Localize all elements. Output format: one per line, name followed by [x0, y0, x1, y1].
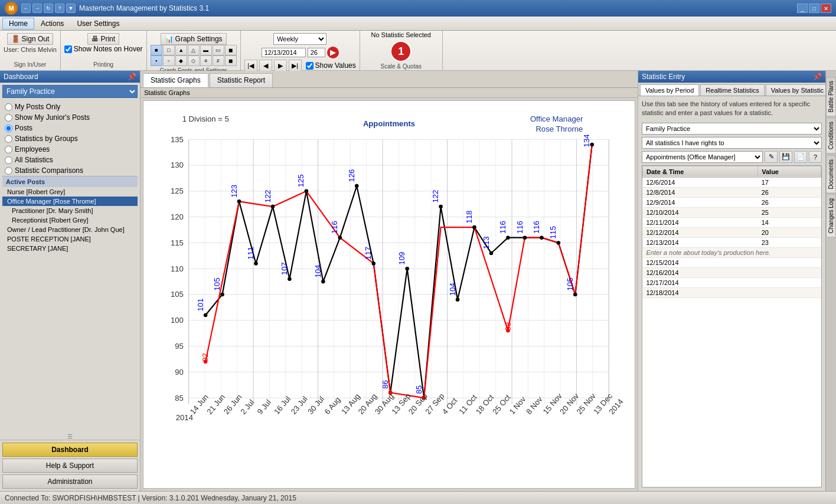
graph-icon-2[interactable]: □ — [163, 45, 175, 55]
title-bar-left: M ← → ↻ ? ▼ Mastertech Management by Sta… — [5, 2, 209, 15]
svg-text:Appointments: Appointments — [363, 119, 415, 128]
post-item-poste-reception[interactable]: POSTE RECEPTION [JANE] — [2, 234, 138, 244]
last-period-button[interactable]: ▶| — [289, 60, 302, 71]
nav-all-statistics[interactable]: All Statistics — [2, 155, 138, 165]
sidebar-header: Dashboard 📌 — [0, 71, 140, 83]
nav-posts[interactable]: Posts — [2, 123, 138, 133]
nav-my-posts-only[interactable]: My Posts Only — [2, 102, 138, 112]
tab-realtime-statistics[interactable]: Realtime Statistics — [700, 84, 764, 96]
pin-icon-right[interactable]: 📌 — [813, 73, 822, 81]
next-period-button[interactable]: ▶ — [274, 60, 287, 71]
menu-bar: Home Actions User Settings — [0, 17, 836, 31]
svg-point-74 — [371, 261, 375, 266]
minimize-button[interactable]: _ — [797, 4, 808, 13]
nav-employees[interactable]: Employees — [2, 144, 138, 155]
nav-stat-comparisons[interactable]: Statistic Comparisons — [2, 165, 138, 176]
side-tab-changes-log[interactable]: Changes Log — [826, 194, 836, 238]
rights-select[interactable]: All statistics I have rights to — [642, 137, 822, 149]
side-tab-documents[interactable]: Documents — [826, 155, 836, 194]
graph-icon-14[interactable]: ◼ — [225, 55, 237, 66]
tab-statistic-report[interactable]: Statistic Report — [210, 73, 273, 87]
graph-icon-8[interactable]: ▪ — [151, 55, 162, 66]
post-item-office-manager[interactable]: Office Manager [Rose Throme] — [2, 197, 138, 206]
go-button[interactable]: ▶ — [327, 47, 339, 58]
nav-stats-by-groups[interactable]: Statistics by Groups — [2, 133, 138, 144]
edit-icon[interactable]: ✎ — [765, 151, 778, 163]
table-row: 12/17/2014 — [643, 277, 821, 287]
back-icon[interactable]: ← — [21, 4, 31, 13]
post-item-owner[interactable]: Owner / Lead Practitioner [Dr. John Que] — [2, 225, 138, 234]
graph-icon-13[interactable]: ≠ — [213, 55, 224, 66]
graph-icon-9[interactable]: ▫ — [163, 55, 175, 66]
svg-point-84 — [456, 297, 460, 302]
date-input[interactable] — [262, 48, 306, 57]
forward-icon[interactable]: → — [32, 4, 42, 13]
svg-text:123: 123 — [230, 185, 239, 198]
svg-text:104: 104 — [448, 283, 457, 296]
cell-date: 12/11/2014 — [643, 217, 758, 227]
period-input[interactable] — [308, 48, 325, 57]
tab-statistic-graphs[interactable]: Statistic Graphs — [143, 73, 208, 87]
show-values-checkbox[interactable] — [306, 62, 314, 70]
menu-home[interactable]: Home — [2, 18, 34, 30]
graph-icon-11[interactable]: ◇ — [188, 55, 200, 66]
restore-button[interactable]: □ — [809, 4, 819, 13]
resize-handle[interactable]: ☰ — [0, 433, 140, 440]
practice-dropdown[interactable]: Family Practice — [2, 85, 138, 98]
close-button[interactable]: ✕ — [821, 4, 831, 13]
period-select[interactable]: Weekly — [273, 33, 326, 45]
graph-icon-3[interactable]: ▲ — [175, 45, 187, 55]
print-button[interactable]: 🖶 Print — [87, 33, 119, 45]
administration-button[interactable]: Administration — [2, 474, 138, 489]
refresh-icon[interactable]: ↻ — [44, 4, 53, 13]
dashboard-button[interactable]: Dashboard — [2, 443, 138, 457]
app-title: Mastertech Management by Statistics 3.1 — [79, 4, 209, 12]
help-support-button[interactable]: Help & Support — [2, 459, 138, 473]
show-values-label[interactable]: Show Values — [306, 61, 356, 70]
svg-point-98 — [573, 293, 577, 297]
svg-text:130: 130 — [171, 161, 184, 169]
tab-values-by-period[interactable]: Values by Period — [640, 84, 699, 96]
graph-icon-7[interactable]: ◼ — [225, 45, 237, 55]
table-row: 12/15/2014 — [643, 257, 821, 267]
post-item-secretary[interactable]: SECRETARY [JANE] — [2, 244, 138, 253]
print-row: 🖶 Print — [87, 33, 119, 45]
help-icon[interactable]: ? — [55, 4, 64, 13]
post-item-receptionist[interactable]: Receptionist [Robert Grey] — [2, 215, 138, 225]
side-tab-conditions[interactable]: Conditions — [826, 117, 836, 153]
toolbar-group-printing: 🖶 Print Show Notes on Hover Printing — [61, 31, 147, 70]
graph-icon-10[interactable]: ◆ — [175, 55, 187, 66]
post-item-practitioner[interactable]: Practitioner [Dr. Mary Smith] — [2, 206, 138, 215]
first-period-button[interactable]: |◀ — [244, 60, 257, 71]
graph-icon-4[interactable]: △ — [188, 45, 200, 55]
menu-user-settings[interactable]: User Settings — [70, 18, 126, 30]
post-item-nurse[interactable]: Nurse [Robert Grey] — [2, 187, 138, 197]
graph-icon-12[interactable]: ≡ — [200, 55, 212, 66]
graph-settings-button[interactable]: 📊 Graph Settings — [161, 33, 227, 45]
side-tab-battle-plans[interactable]: Battle Plans — [826, 77, 836, 116]
graph-icon-5[interactable]: ▬ — [200, 45, 212, 55]
svg-text:125: 125 — [296, 174, 305, 187]
prev-period-button[interactable]: ◀ — [259, 60, 272, 71]
graph-settings-icon: 📊 — [165, 35, 174, 43]
pin-icon[interactable]: 📌 — [128, 73, 136, 81]
table-note-row: Enter a note about today's production he… — [643, 247, 821, 257]
graph-icon-6[interactable]: ▭ — [213, 45, 224, 55]
sign-out-button[interactable]: 🚪 Sign Out — [7, 33, 54, 45]
show-notes-checkbox[interactable] — [64, 45, 72, 53]
save-icon[interactable]: 💾 — [779, 151, 792, 163]
right-tabs: Values by Period Realtime Statistics Val… — [638, 83, 825, 96]
tab-values-by-statistic[interactable]: Values by Statistic — [766, 84, 829, 96]
graph-icon-1[interactable]: ■ — [151, 45, 162, 55]
cell-date: 12/18/2014 — [643, 287, 758, 297]
dropdown-icon[interactable]: ▼ — [66, 4, 76, 13]
menu-actions[interactable]: Actions — [34, 18, 70, 30]
svg-point-62 — [271, 205, 275, 209]
practice-select-right[interactable]: Family Practice — [642, 123, 822, 135]
signin-row: 🚪 Sign Out — [7, 33, 54, 45]
show-notes-label[interactable]: Show Notes on Hover — [64, 45, 143, 53]
help-icon-right[interactable]: ? — [809, 151, 822, 163]
nav-show-juniors[interactable]: Show My Junior's Posts — [2, 112, 138, 123]
stat-select[interactable]: Appointments [Office Manager] — [642, 151, 763, 163]
export-icon[interactable]: 📄 — [794, 151, 807, 163]
